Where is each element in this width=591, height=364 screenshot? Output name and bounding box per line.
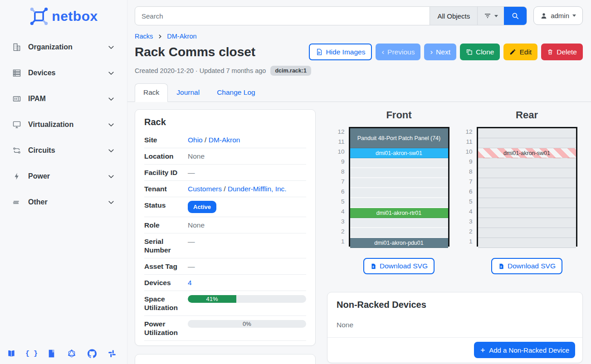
chevron-right-icon: › [430,48,433,56]
rack-slot[interactable] [478,138,576,148]
graphql-icon[interactable] [67,349,77,359]
power-utilization-label: 0% [188,320,306,328]
attr-row-serial: Serial Number — [144,233,306,258]
download-svg-front-button[interactable]: Download SVG [363,258,435,274]
tab-change-log[interactable]: Change Log [208,83,264,102]
rack-slot[interactable] [350,158,448,168]
rack-slot[interactable] [478,198,576,208]
monitor-icon [12,120,22,130]
space-utilization-label: 41% [206,295,218,303]
rack-slot[interactable] [478,128,576,138]
chevron-down-icon [107,43,115,51]
slack-icon[interactable] [107,349,117,359]
rack-device[interactable]: dmi01-akron-sw01 [478,148,576,158]
breadcrumb-racks[interactable]: Racks [135,33,153,40]
search-scope-button[interactable]: All Objects [430,7,477,25]
journal-icon[interactable] [47,349,57,359]
meta-row: Created 2020-12-20 · Updated 7 months ag… [127,60,591,76]
rack-slot[interactable] [350,188,448,198]
front-elevation: Front 121110987654321 Panduit 48-Port Pa… [327,109,455,274]
front-elevation-title: Front [349,109,449,121]
sidebar-item-label: IPAM [28,95,107,103]
sidebar-item-other[interactable]: Other [6,194,121,210]
search-input[interactable] [135,7,430,25]
clone-button[interactable]: Clone [460,44,500,60]
sidebar-item-virtualization[interactable]: Virtualization [6,116,121,133]
role-value: None [188,221,306,229]
elevations-column: Front 121110987654321 Panduit 48-Port Pa… [327,109,583,363]
pencil-icon [509,49,516,55]
breadcrumb-dm-akron[interactable]: DM-Akron [167,33,196,40]
rack-slot[interactable] [350,228,448,238]
code-braces-icon[interactable]: { } [26,349,36,359]
trash-icon [547,49,553,55]
rack-device[interactable]: dmi01-akron-rtr01 [350,208,448,218]
tab-journal[interactable]: Journal [168,83,208,102]
rack-slot[interactable] [478,158,576,168]
sidebar-item-label: Circuits [28,146,107,155]
chevron-down-icon [107,172,115,180]
attr-row-devices: Devices 4 [144,275,306,291]
main-content: All Objects admin Racks [127,0,591,364]
unit-number: 3 [333,217,345,227]
unit-number: 4 [333,207,345,217]
search-button[interactable] [504,7,527,25]
chevron-down-icon [107,121,115,129]
book-open-icon[interactable] [6,349,16,359]
download-svg-rear-button[interactable]: Download SVG [491,258,562,274]
attr-row-tenant: Tenant Customers / Dunder-Mifflin, Inc. [144,181,306,197]
unit-number: 4 [461,207,473,217]
rack-slot[interactable] [350,198,448,208]
unit-number: 6 [333,187,345,197]
attr-row-facility-id: Facility ID — [144,165,306,181]
sidebar-item-power[interactable]: Power [6,168,121,184]
unit-numbers: 121110987654321 [333,127,345,247]
search-filter-dropdown[interactable] [477,7,504,25]
tab-rack[interactable]: Rack [135,83,168,102]
rear-elevation-title: Rear [477,109,577,121]
sidebar-item-circuits[interactable]: Circuits [6,142,121,159]
caret-down-icon [494,15,498,17]
rack-grid: dmi01-akron-sw01 [477,127,577,247]
unit-number: 6 [461,187,473,197]
rack-device[interactable]: dmi01-akron-pdu01 [350,238,448,248]
next-button[interactable]: › Next [424,44,456,60]
hide-images-button[interactable]: Hide Images [309,44,372,60]
chevron-down-icon [107,146,115,155]
rack-slot[interactable] [478,178,576,188]
devices-count-link[interactable]: 4 [188,279,192,286]
add-non-racked-device-button[interactable]: Add a Non-Racked Device [474,342,575,358]
unit-number: 11 [461,137,473,147]
user-name: admin [551,12,569,19]
site-group-link[interactable]: Ohio [188,136,203,144]
asset-tag-value: — [188,262,306,271]
rack-device[interactable]: Panduit 48-Port Patch Panel (74) [350,128,448,148]
rack-slot[interactable] [478,218,576,228]
user-menu-button[interactable]: admin [533,6,583,25]
github-icon[interactable] [87,349,97,359]
rack-slot[interactable] [478,168,576,178]
tenant-link[interactable]: Dunder-Mifflin, Inc. [228,185,287,193]
attr-row-status: Status Active [144,197,306,217]
sidebar-item-devices[interactable]: Devices [6,65,121,81]
sidebar-item-ipam[interactable]: IPAM [6,91,121,107]
site-link[interactable]: DM-Akron [209,136,240,144]
rack-slot[interactable] [478,228,576,238]
rack-slot[interactable] [350,218,448,228]
rack-slot[interactable] [350,178,448,188]
rack-slot[interactable] [350,168,448,178]
delete-button[interactable]: Delete [541,44,583,60]
previous-button[interactable]: ‹ Previous [376,44,420,60]
rack-slot[interactable] [478,188,576,198]
edit-button[interactable]: Edit [503,44,537,60]
chevron-down-icon [107,95,115,103]
tenant-group-link[interactable]: Customers [188,185,222,193]
attr-row-asset-tag: Asset Tag — [144,258,306,275]
rack-slot[interactable] [478,208,576,218]
sidebar-item-organization[interactable]: Organization [6,39,121,55]
rack-device[interactable]: dmi01-akron-sw01 [350,148,448,158]
tabs: Rack Journal Change Log [127,83,591,102]
rack-slot[interactable] [478,238,576,248]
netbox-logo[interactable]: netbox [0,5,127,28]
page-title: Rack Comms closet [135,45,309,59]
